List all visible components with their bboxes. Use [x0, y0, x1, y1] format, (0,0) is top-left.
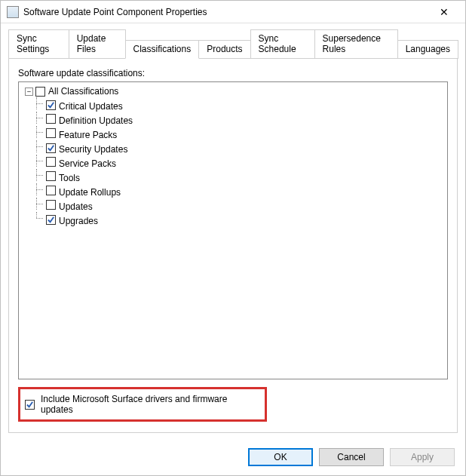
close-button[interactable]: ✕: [429, 2, 459, 23]
close-icon: ✕: [440, 6, 449, 18]
tree-connector: [32, 126, 46, 138]
tab-languages[interactable]: Languages: [397, 40, 458, 59]
tree-root-label: All Classifications: [48, 85, 118, 97]
dialog-buttons: OK Cancel Apply: [1, 441, 465, 475]
tree-item-label: Service Packs: [59, 158, 116, 169]
expander-icon[interactable]: −: [25, 88, 33, 96]
tree-item[interactable]: Feature Packs: [32, 126, 444, 140]
tab-sync-schedule[interactable]: Sync Schedule: [250, 29, 315, 59]
cancel-button[interactable]: Cancel: [319, 448, 384, 466]
checkbox-all-classifications[interactable]: [35, 87, 45, 97]
tree-item[interactable]: Critical Updates: [32, 97, 444, 112]
classifications-tree[interactable]: − All Classifications Critical UpdatesDe…: [18, 81, 448, 379]
checkbox-definition-updates[interactable]: [46, 114, 56, 124]
tree-item[interactable]: Tools: [32, 169, 444, 183]
tree-item[interactable]: Updates: [32, 198, 444, 212]
tree-root-row[interactable]: − All Classifications: [25, 85, 444, 97]
tree-item[interactable]: Update Rollups: [32, 183, 444, 198]
tree-connector: [32, 212, 46, 224]
tab-supersedence-rules[interactable]: Supersedence Rules: [314, 29, 398, 59]
tree-item[interactable]: Definition Updates: [32, 112, 444, 126]
tree-item-label: Upgrades: [59, 216, 98, 226]
tree-connector: [32, 183, 46, 195]
dialog-body: Sync SettingsUpdate FilesClassifications…: [1, 23, 465, 441]
tree-item-label: Definition Updates: [59, 115, 133, 126]
tree-connector: [32, 140, 46, 152]
checkbox-security-updates[interactable]: [46, 143, 56, 153]
tree-item-label: Tools: [59, 173, 80, 183]
checkbox-include-surface[interactable]: [25, 400, 35, 410]
tree-connector: [32, 155, 46, 167]
include-surface-label: Include Microsoft Surface drivers and fi…: [41, 394, 260, 415]
tree-item-label: Updates: [59, 201, 93, 212]
app-icon: [7, 6, 19, 18]
tree-item-label: Update Rollups: [59, 187, 121, 198]
section-label: Software update classifications:: [18, 68, 448, 78]
tree-item-label: Security Updates: [59, 144, 127, 155]
tab-update-files[interactable]: Update Files: [69, 29, 126, 59]
checkbox-service-packs[interactable]: [46, 157, 56, 167]
tree-item[interactable]: Service Packs: [32, 155, 444, 169]
tree-item-label: Feature Packs: [59, 130, 117, 140]
include-surface-option[interactable]: Include Microsoft Surface drivers and fi…: [18, 387, 267, 422]
checkbox-upgrades[interactable]: [46, 215, 56, 225]
window-title: Software Update Point Component Properti…: [23, 7, 429, 17]
checkbox-updates[interactable]: [46, 200, 56, 210]
apply-button[interactable]: Apply: [390, 448, 455, 466]
checkbox-feature-packs[interactable]: [46, 128, 56, 138]
tab-sync-settings[interactable]: Sync Settings: [8, 29, 69, 59]
checkbox-update-rollups[interactable]: [46, 186, 56, 195]
titlebar: Software Update Point Component Properti…: [1, 1, 465, 23]
tree-connector: [32, 97, 46, 109]
tab-products[interactable]: Products: [198, 40, 250, 59]
tab-strip: Sync SettingsUpdate FilesClassifications…: [8, 29, 458, 59]
tree-item[interactable]: Upgrades: [32, 212, 444, 226]
tab-classifications[interactable]: Classifications: [125, 40, 200, 59]
dialog-window: Software Update Point Component Properti…: [0, 0, 466, 476]
tab-panel-classifications: Software update classifications: − All C…: [8, 58, 458, 433]
tree-connector: [32, 169, 46, 181]
checkbox-tools[interactable]: [46, 171, 56, 181]
tree-item-label: Critical Updates: [59, 101, 123, 112]
tree-connector: [32, 198, 46, 210]
tree-item[interactable]: Security Updates: [32, 140, 444, 155]
ok-button[interactable]: OK: [248, 448, 313, 466]
checkbox-critical-updates[interactable]: [46, 100, 56, 110]
tree-connector: [32, 112, 46, 124]
